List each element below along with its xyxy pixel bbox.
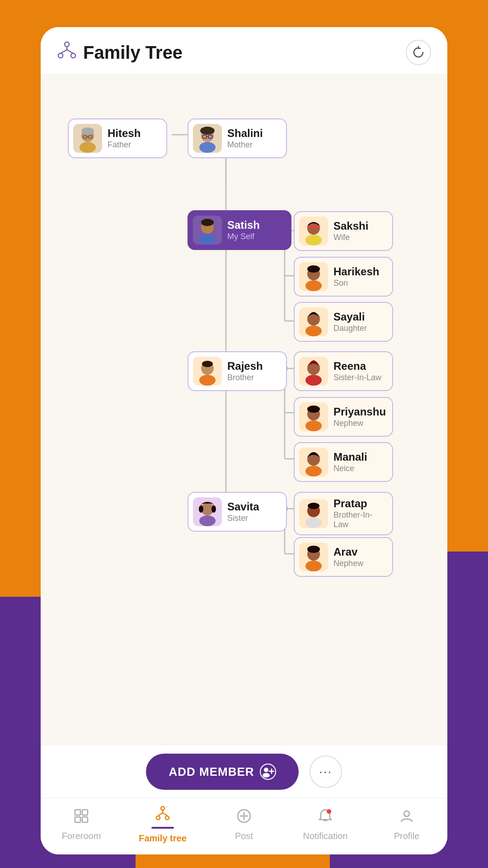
node-name-pratap: Pratap: [333, 497, 386, 510]
node-shalini[interactable]: Shalini Mother: [188, 118, 287, 158]
foreroom-icon: [73, 808, 89, 828]
nav-family-tree-label: Family tree: [139, 833, 187, 844]
node-name-arav: Arav: [333, 546, 363, 559]
node-priyanshu[interactable]: Priyanshu Nephew: [294, 397, 393, 437]
node-role-arav: Nephew: [333, 559, 363, 569]
svg-point-77: [211, 505, 216, 513]
post-icon: [236, 808, 252, 828]
svg-point-100: [165, 816, 169, 820]
node-name-hitesh: Hitesh: [108, 127, 141, 140]
svg-rect-51: [307, 226, 320, 228]
svg-point-74: [199, 515, 216, 526]
svg-point-99: [156, 816, 160, 820]
svg-point-33: [81, 127, 94, 135]
refresh-button[interactable]: [406, 40, 431, 65]
node-savita[interactable]: Savita Sister: [188, 492, 287, 532]
nav-active-indicator: [151, 827, 174, 829]
node-satish[interactable]: Satish My Self: [188, 210, 291, 250]
node-info-sayali: Sayali Daughter: [333, 311, 367, 333]
node-sayali[interactable]: Sayali Daughter: [294, 302, 393, 342]
svg-point-45: [199, 234, 216, 245]
node-info-rajesh: Rajesh Brother: [227, 360, 263, 382]
node-sakshi[interactable]: Sakshi Wife: [294, 211, 393, 251]
header: Family Tree: [41, 27, 447, 75]
svg-point-60: [199, 375, 216, 386]
avatar-savita: [193, 497, 222, 526]
page-title: Family Tree: [83, 42, 183, 63]
node-info-savita: Savita Sister: [227, 500, 259, 523]
node-rajesh[interactable]: Rajesh Brother: [188, 351, 287, 391]
node-role-hitesh: Father: [108, 140, 141, 150]
svg-point-64: [305, 375, 322, 386]
svg-point-95: [161, 807, 164, 810]
svg-point-0: [65, 42, 69, 47]
nav-family-tree[interactable]: Family tree: [133, 806, 192, 844]
svg-point-105: [327, 809, 331, 814]
svg-rect-93: [82, 810, 88, 815]
nav-foreroom-label: Foreroom: [62, 831, 101, 841]
more-options-button[interactable]: ···: [310, 755, 342, 788]
nav-profile-label: Profile: [394, 831, 420, 841]
nav-foreroom[interactable]: Foreroom: [52, 808, 111, 841]
add-member-label: ADD MEMBER: [169, 765, 254, 779]
node-pratap[interactable]: Pratap Brother-In-Law: [294, 492, 393, 535]
svg-point-67: [305, 420, 322, 431]
nav-post-label: Post: [235, 831, 253, 841]
node-role-pratap: Brother-In-Law: [333, 510, 386, 530]
nav-profile[interactable]: Profile: [377, 808, 436, 841]
nav-notification[interactable]: Notification: [296, 808, 355, 841]
svg-rect-91: [75, 810, 80, 815]
node-info-arav: Arav Nephew: [333, 546, 363, 568]
svg-line-3: [67, 50, 73, 53]
node-role-shalini: Mother: [227, 140, 263, 150]
node-info-shalini: Shalini Mother: [227, 127, 263, 150]
tree-container: Hitesh Father: [54, 88, 434, 608]
add-member-button[interactable]: ADD MEMBER: [146, 754, 298, 790]
node-name-shalini: Shalini: [227, 127, 263, 140]
node-arav[interactable]: Arav Nephew: [294, 537, 393, 577]
nav-post[interactable]: Post: [215, 808, 273, 841]
node-info-hitesh: Hitesh Father: [108, 127, 141, 150]
node-info-pratap: Pratap Brother-In-Law: [333, 497, 386, 530]
node-role-reena: Sister-In-Law: [333, 373, 381, 383]
avatar-rajesh: [193, 357, 222, 386]
node-info-sakshi: Sakshi Wife: [333, 220, 368, 242]
node-hitesh[interactable]: Hitesh Father: [68, 118, 167, 158]
svg-point-49: [305, 235, 322, 245]
node-name-sayali: Sayali: [333, 311, 367, 324]
node-role-savita: Sister: [227, 514, 259, 524]
svg-point-85: [307, 546, 320, 553]
node-harikesh[interactable]: Harikesh Son: [294, 257, 393, 297]
svg-point-62: [202, 361, 213, 367]
svg-point-55: [307, 265, 320, 273]
notification-icon: [317, 808, 333, 828]
node-name-rajesh: Rajesh: [227, 360, 263, 373]
svg-point-71: [305, 466, 322, 476]
node-manali[interactable]: Manali Neice: [294, 442, 393, 482]
node-info-manali: Manali Neice: [333, 451, 367, 473]
svg-point-87: [264, 768, 268, 772]
svg-rect-94: [82, 817, 88, 822]
svg-point-31: [80, 142, 96, 153]
node-name-savita: Savita: [227, 500, 259, 514]
svg-point-83: [305, 561, 322, 571]
svg-point-106: [404, 811, 409, 816]
node-info-priyanshu: Priyanshu Nephew: [333, 406, 386, 428]
more-dots: ···: [319, 764, 332, 779]
avatar-harikesh: [299, 262, 328, 291]
svg-point-4: [58, 53, 63, 58]
node-name-harikesh: Harikesh: [333, 265, 379, 278]
avatar-sakshi: [299, 217, 328, 245]
avatar-satish: [193, 216, 222, 245]
svg-point-53: [305, 280, 322, 291]
svg-point-79: [305, 517, 322, 528]
node-info-satish: Satish My Self: [227, 219, 260, 241]
svg-line-98: [163, 813, 167, 816]
node-reena[interactable]: Reena Sister-In-Law: [294, 351, 393, 391]
svg-line-2: [61, 50, 67, 53]
header-title-group: Family Tree: [57, 41, 183, 65]
nav-notification-label: Notification: [303, 831, 348, 841]
svg-point-5: [71, 53, 75, 58]
node-info-reena: Reena Sister-In-Law: [333, 360, 381, 382]
avatar-hitesh: [73, 124, 102, 153]
